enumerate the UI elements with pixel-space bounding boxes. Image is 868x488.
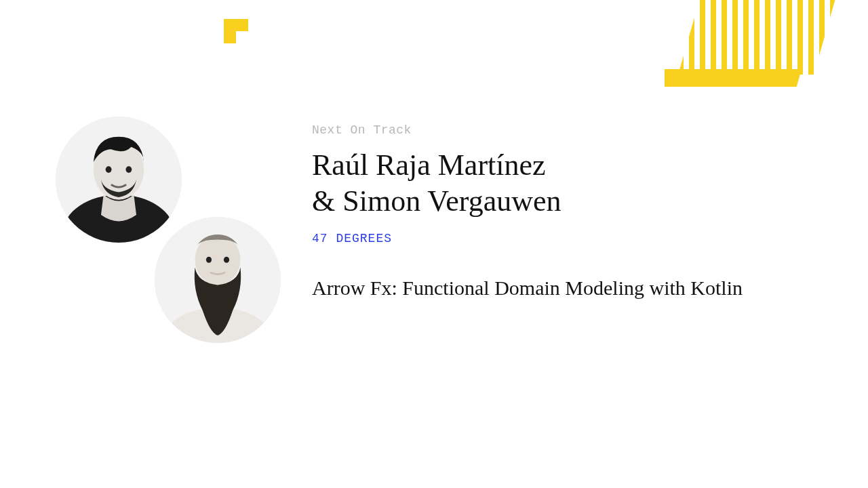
speaker-line-1: Raúl Raja Martínez bbox=[312, 148, 800, 184]
svg-point-13 bbox=[206, 257, 212, 263]
company-label: 47 DEGREES bbox=[312, 232, 800, 245]
avatar-speaker-2 bbox=[155, 217, 281, 343]
svg-point-9 bbox=[125, 166, 132, 173]
decor-corner bbox=[224, 19, 248, 43]
svg-point-12 bbox=[195, 235, 241, 285]
speaker-avatars bbox=[56, 117, 286, 361]
svg-rect-4 bbox=[665, 69, 802, 87]
svg-point-14 bbox=[224, 257, 229, 263]
talk-info: Next On Track Raúl Raja Martínez & Simon… bbox=[312, 123, 800, 303]
decor-stripes bbox=[665, 0, 841, 108]
eyebrow-label: Next On Track bbox=[312, 123, 800, 137]
avatar-speaker-1 bbox=[56, 117, 182, 243]
speaker-line-2: & Simon Vergauwen bbox=[312, 184, 800, 220]
svg-point-8 bbox=[106, 166, 112, 173]
talk-title: Arrow Fx: Functional Domain Modeling wit… bbox=[312, 272, 800, 303]
speaker-names: Raúl Raja Martínez & Simon Vergauwen bbox=[312, 148, 800, 220]
